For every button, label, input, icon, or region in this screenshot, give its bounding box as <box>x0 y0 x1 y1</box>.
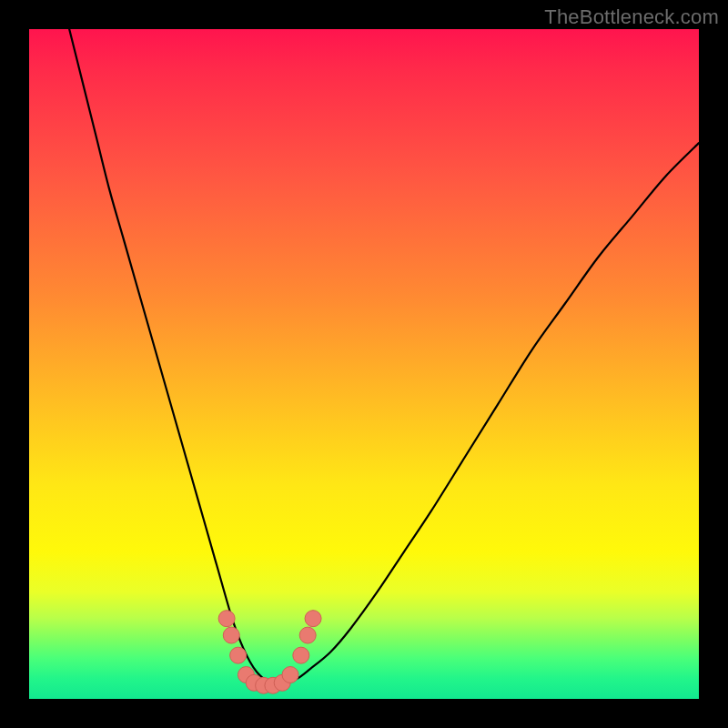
watermark-text: TheBottleneck.com <box>544 5 719 29</box>
curve-marker <box>282 667 298 683</box>
curve-marker <box>293 647 309 663</box>
curve-markers <box>218 611 321 694</box>
chart-frame: TheBottleneck.com <box>0 0 728 728</box>
plot-area <box>29 29 699 699</box>
curve-marker <box>223 627 239 643</box>
curve-marker <box>299 627 316 643</box>
chart-svg <box>29 29 699 699</box>
curve-marker <box>230 647 247 663</box>
curve-marker <box>305 611 321 627</box>
curve-marker <box>218 611 235 627</box>
curve-line <box>69 29 699 685</box>
